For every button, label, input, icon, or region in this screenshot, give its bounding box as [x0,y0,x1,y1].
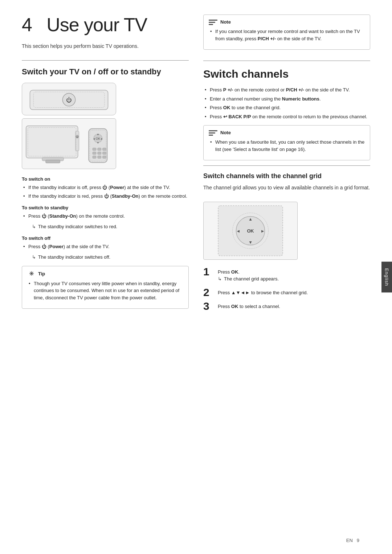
to-switch-on-title: To switch on [22,176,189,182]
step-number-2: 2 [203,287,213,298]
list-item: Press ⏻ (Power) at the side of the TV. [22,243,189,250]
section-divider [22,60,189,61]
page-number: 9 [357,538,359,543]
svg-text:⏻: ⏻ [76,136,78,138]
svg-text:◄: ◄ [236,229,241,234]
note-item: If you cannot locate your remote control… [209,28,365,42]
to-standby-list: Press ⏻ (Standby-On) on the remote contr… [22,213,189,220]
svg-rect-20 [98,148,101,150]
left-column: 4 Use your TV This section helps you per… [22,15,189,315]
off-result: ↳ The standby indicator switches off. [22,254,189,261]
note-header: Note [209,19,365,26]
svg-rect-4 [26,126,78,158]
tv-side-image: ⏻ OK ▲ ▼ ◄ ► [22,118,116,169]
channels-note-header: Note [209,129,365,136]
list-item: Press ↩ BACK P/P on the remote control t… [203,113,370,120]
note-bar-3 [209,24,213,25]
step-3-content: Press OK to select a channel. [218,301,280,310]
en-label: EN [346,538,353,543]
chapter-title-text: Use your TV [46,14,147,35]
svg-text:►: ► [261,229,265,234]
tip-star-icon: ✳ [27,270,35,278]
step-1-result-text: The channel grid appears. [224,275,279,283]
list-item: Press OK to use the channel grid. [203,104,370,111]
arrow-icon: ↳ [32,223,36,230]
svg-text:▼: ▼ [97,141,99,144]
svg-rect-6 [46,160,60,163]
list-item: Press P +/- on the remote control or P/C… [203,86,370,94]
note-bar-2 [209,22,215,23]
svg-rect-21 [103,148,106,150]
note-bar-3 [209,135,213,136]
channels-note-text: When you use a favourite list, you can o… [209,139,365,153]
step-1: 1 Press OK. ↳ The channel grid appears. [203,266,370,284]
svg-text:▲: ▲ [97,133,99,135]
list-item: If the standby indicator is off, press ⏻… [22,184,189,191]
note-bar-1 [209,20,217,21]
page-footer: EN 9 [346,538,359,543]
step-3: 3 Press OK to select a channel. [203,301,370,312]
note-label: Note [220,19,231,26]
channels-note-icon [209,129,217,136]
list-item: Enter a channel number using the Numeric… [203,95,370,103]
right-column: Note If you cannot locate your remote co… [203,15,370,315]
switch-channels-list: Press P +/- on the remote control or P/C… [203,86,370,120]
svg-text:►: ► [101,138,103,140]
svg-text:▼: ▼ [248,239,253,245]
tv-images: ⏻ ⏻ [22,83,189,169]
svg-text:▲: ▲ [248,217,253,222]
step-2: 2 Press ▲▼◄► to browse the channel grid. [203,287,370,298]
svg-rect-22 [93,152,96,154]
tv-top-image: ⏻ [22,83,116,115]
svg-text:⏻: ⏻ [66,97,72,103]
channels-note-list: When you use a favourite list, you can o… [209,139,365,153]
arrow-icon: ↳ [32,254,36,261]
channels-note-box: Note When you use a favourite list, you … [203,125,370,160]
svg-rect-23 [98,152,101,154]
svg-rect-24 [103,152,106,154]
note-bar-1 [209,130,217,131]
note-icon [209,19,217,26]
channels-note-label: Note [220,129,231,136]
step-number-1: 1 [203,266,213,277]
language-label: English [384,268,389,286]
to-standby-title: To switch to standby [22,205,189,210]
svg-rect-19 [93,148,96,150]
intro-text: This section helps you perform basic TV … [22,42,189,50]
channel-grid-divider [203,165,370,166]
step-number-3: 3 [203,301,213,312]
svg-rect-27 [103,156,106,158]
step-2-content: Press ▲▼◄► to browse the channel grid. [218,287,308,296]
channel-grid-intro: The channel grid allows you to view all … [203,184,370,192]
chapter-number: 4 [22,14,32,35]
channel-grid-title: Switch channels with the channel grid [203,172,370,180]
to-off-list: Press ⏻ (Power) at the side of the TV. [22,243,189,250]
note-bar-2 [209,132,215,134]
page-title: 4 Use your TV [22,15,189,35]
top-note-box: Note If you cannot locate your remote co… [203,15,370,50]
arrow-icon: ↳ [218,275,222,283]
right-section-divider [203,61,370,61]
list-item: If the standby indicator is red, press ⏻… [22,193,189,200]
tip-text: Though your TV consumes very little powe… [27,280,183,301]
svg-text:OK: OK [247,228,254,234]
channel-grid-image: OK ▲ ▼ ◄ ► [203,202,298,260]
svg-text:◄: ◄ [93,138,95,140]
step-1-result: ↳ The channel grid appears. [218,275,279,283]
list-item: Press ⏻ (Standby-On) on the remote contr… [22,213,189,220]
tip-label: Tip [38,270,45,278]
switch-channels-title: Switch channels [203,67,370,81]
to-switch-on-list: If the standby indicator is off, press ⏻… [22,184,189,200]
note-list: If you cannot locate your remote control… [209,28,365,42]
svg-text:OK: OK [95,137,100,140]
main-content: 4 Use your TV This section helps you per… [22,15,370,315]
standby-result: ↳ The standby indicator switches to red. [22,223,189,230]
to-off-title: To switch off [22,235,189,241]
tip-list: Though your TV consumes very little powe… [27,280,183,301]
svg-rect-25 [93,156,96,158]
step-1-content: Press OK. ↳ The channel grid appears. [218,266,279,284]
left-section-title: Switch your TV on / off or to standby [22,67,189,77]
language-tab: English [381,262,392,293]
tip-box: ✳ Tip Though your TV consumes very littl… [22,266,189,309]
tip-header: ✳ Tip [27,270,183,278]
